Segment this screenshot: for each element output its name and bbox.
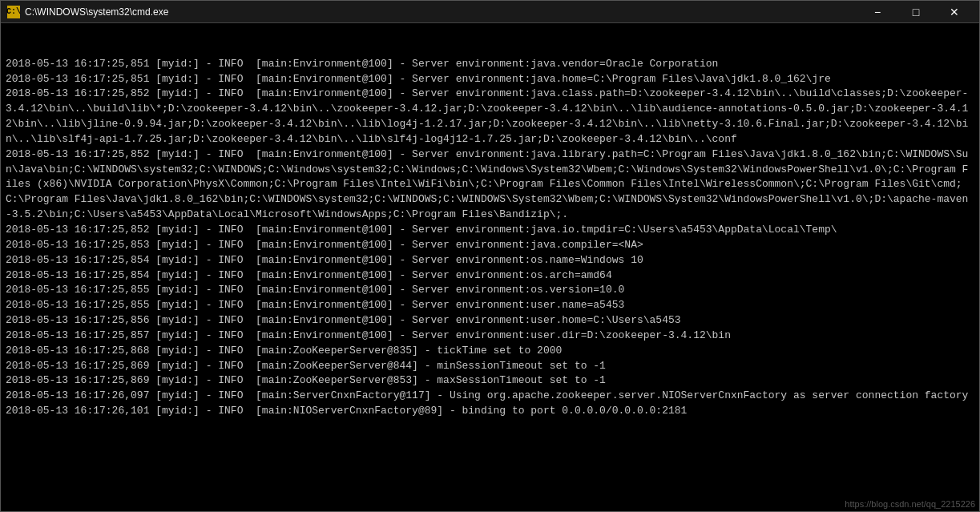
window-controls: − □ ✕ xyxy=(859,1,973,23)
console-line: 2018-05-13 16:17:25,856 [myid:] - INFO [… xyxy=(6,313,974,329)
console-line: 2018-05-13 16:17:25,852 [myid:] - INFO [… xyxy=(6,87,974,147)
title-bar: C:\ C:\WINDOWS\system32\cmd.exe − □ ✕ xyxy=(1,1,979,23)
console-line: 2018-05-13 16:17:25,851 [myid:] - INFO [… xyxy=(6,57,974,72)
console-line: 2018-05-13 16:17:25,855 [myid:] - INFO [… xyxy=(6,283,974,298)
console-line: 2018-05-13 16:17:25,854 [myid:] - INFO [… xyxy=(6,268,974,284)
console-line: 2018-05-13 16:17:26,097 [myid:] - INFO [… xyxy=(6,389,974,404)
console-line: 2018-05-13 16:17:25,869 [myid:] - INFO [… xyxy=(6,359,974,374)
console-line: 2018-05-13 16:17:25,868 [myid:] - INFO [… xyxy=(6,344,974,359)
console-line: 2018-05-13 16:17:25,852 [myid:] - INFO [… xyxy=(6,223,974,238)
window-title: C:\WINDOWS\system32\cmd.exe xyxy=(25,6,859,18)
console-line: 2018-05-13 16:17:26,101 [myid:] - INFO [… xyxy=(6,404,974,419)
console-line: 2018-05-13 16:17:25,852 [myid:] - INFO [… xyxy=(6,147,974,223)
console-line: 2018-05-13 16:17:25,855 [myid:] - INFO [… xyxy=(6,298,974,313)
console-line: 2018-05-13 16:17:25,853 [myid:] - INFO [… xyxy=(6,238,974,253)
console-line: 2018-05-13 16:17:25,869 [myid:] - INFO [… xyxy=(6,373,974,389)
minimize-button[interactable]: − xyxy=(859,1,896,23)
maximize-button[interactable]: □ xyxy=(897,1,934,23)
cmd-window: C:\ C:\WINDOWS\system32\cmd.exe − □ ✕ 20… xyxy=(0,0,980,512)
window-icon: C:\ xyxy=(7,6,20,18)
console-output: 2018-05-13 16:17:25,851 [myid:] - INFO [… xyxy=(1,23,979,511)
close-button[interactable]: ✕ xyxy=(936,1,973,23)
console-line: 2018-05-13 16:17:25,857 [myid:] - INFO [… xyxy=(6,329,974,344)
watermark: https://blog.csdn.net/qq_2215226 xyxy=(845,499,975,509)
console-line: 2018-05-13 16:17:25,854 [myid:] - INFO [… xyxy=(6,253,974,268)
console-line: 2018-05-13 16:17:25,851 [myid:] - INFO [… xyxy=(6,72,974,87)
